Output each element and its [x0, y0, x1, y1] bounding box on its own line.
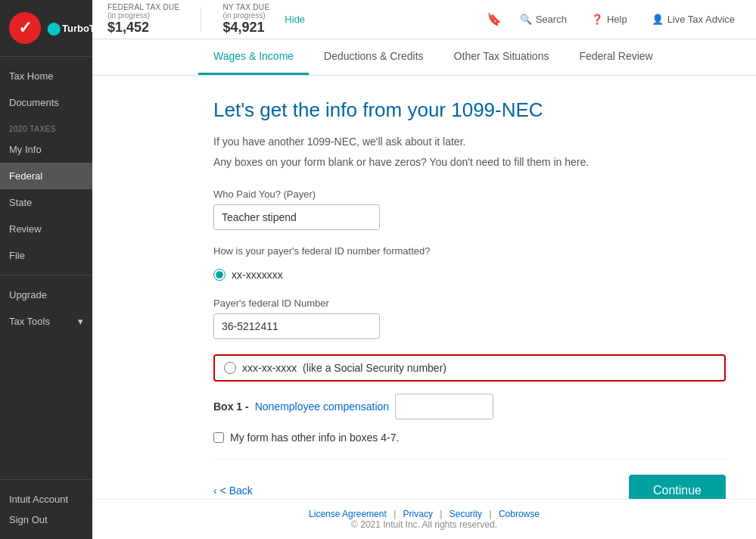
tax-due-group: FEDERAL TAX DUE (in progress) $1,452 NY … [107, 3, 305, 36]
payer-id-input[interactable] [213, 313, 380, 339]
live-tax-button[interactable]: 👤 Live Tax Advice [646, 11, 741, 28]
sidebar-item-tax-home[interactable]: Tax Home [0, 63, 92, 89]
subtitle-1: If you have another 1099-NEC, we'll ask … [213, 134, 726, 150]
chevron-down-icon: ▾ [78, 316, 83, 327]
content-area: Let's get the info from your 1099-NEC If… [92, 76, 756, 499]
radio-ssn-container[interactable]: xxx-xx-xxxx (like a Social Security numb… [213, 354, 726, 382]
id-format-question: How is your payer's federal ID number fo… [213, 245, 726, 257]
footer-nav: ‹ < Back Continue [213, 459, 726, 499]
main-area: FEDERAL TAX DUE (in progress) $1,452 NY … [92, 0, 756, 539]
logo-area: ✓ ⬤ TurboTax [0, 0, 92, 57]
sidebar-item-documents[interactable]: Documents [0, 89, 92, 116]
sidebar-item-review[interactable]: Review [0, 216, 92, 242]
hide-button[interactable]: Hide [285, 14, 305, 25]
sidebar-divider [0, 275, 92, 276]
sidebar-item-intuit-account[interactable]: Intuit Account [9, 489, 83, 509]
other-info-checkbox-label[interactable]: My form has other info in boxes 4-7. [213, 432, 726, 444]
sidebar-item-state[interactable]: State [0, 189, 92, 216]
help-icon: ❓ [591, 14, 603, 25]
footer-link-cobrowse[interactable]: Cobrowse [499, 509, 540, 519]
other-info-checkbox[interactable] [213, 432, 224, 443]
bookmark-icon[interactable]: 🔖 [487, 12, 502, 26]
radio-ssn[interactable] [224, 362, 236, 374]
ny-tax-due: NY TAX DUE (in progress) $4,921 [222, 3, 269, 36]
payer-input[interactable] [213, 204, 380, 230]
nav-tabs: Wages & Income Deductions & Credits Othe… [92, 39, 756, 76]
sidebar-item-my-info[interactable]: My Info [0, 136, 92, 163]
live-tax-icon: 👤 [652, 14, 664, 25]
continue-button[interactable]: Continue [629, 475, 726, 499]
tab-other-tax[interactable]: Other Tax Situations [439, 39, 565, 75]
sidebar-item-upgrade[interactable]: Upgrade [0, 282, 92, 308]
sidebar-section-label: 2020 TAXES [0, 116, 92, 136]
logo-circle: ✓ [9, 12, 41, 44]
payer-section: Who Paid You? (Payer) [213, 188, 726, 230]
footer-link-license[interactable]: License Agreement [309, 509, 387, 519]
federal-tax-due: FEDERAL TAX DUE (in progress) $1,452 [107, 3, 179, 36]
checkmark-icon: ✓ [18, 18, 32, 38]
footer-link-security[interactable]: Security [450, 509, 482, 519]
sidebar-item-tax-tools[interactable]: Tax Tools ▾ [0, 308, 92, 335]
payer-id-section: Payer's federal ID Number [213, 298, 726, 339]
topbar: FEDERAL TAX DUE (in progress) $1,452 NY … [92, 0, 756, 39]
tab-deductions-credits[interactable]: Deductions & Credits [309, 39, 439, 75]
sidebar-item-federal[interactable]: Federal [0, 163, 92, 189]
topbar-actions: 🔖 🔍 Search ❓ Help 👤 Live Tax Advice [487, 11, 741, 28]
sidebar-item-file[interactable]: File [0, 242, 92, 269]
back-icon: ‹ [213, 484, 217, 497]
id-format-section: How is your payer's federal ID number fo… [213, 245, 726, 285]
search-button[interactable]: 🔍 Search [514, 11, 573, 28]
box1-label: Box 1 - [213, 400, 249, 413]
sidebar-item-sign-out[interactable]: Sign Out [9, 509, 83, 530]
footer-link-privacy[interactable]: Privacy [403, 509, 433, 519]
payer-id-label: Payer's federal ID Number [213, 298, 726, 309]
sidebar: ✓ ⬤ TurboTax Tax Home Documents 2020 TAX… [0, 0, 92, 539]
search-icon: 🔍 [520, 14, 532, 25]
sidebar-nav: Tax Home Documents 2020 TAXES My Info Fe… [0, 57, 92, 479]
tab-wages-income[interactable]: Wages & Income [198, 39, 309, 75]
radio-option-ein[interactable]: xx-xxxxxxx [213, 264, 726, 285]
footer-links: License Agreement | Privacy | Security |… [101, 509, 747, 519]
help-button[interactable]: ❓ Help [585, 11, 633, 28]
radio-ssn-label: xxx-xx-xxxx (like a Social Security numb… [242, 362, 446, 374]
subtitle-2: Any boxes on your form blank or have zer… [213, 154, 726, 170]
sidebar-bottom: Intuit Account Sign Out [0, 479, 92, 539]
payer-label: Who Paid You? (Payer) [213, 188, 726, 200]
tab-federal-review[interactable]: Federal Review [564, 39, 667, 75]
page-footer: License Agreement | Privacy | Security |… [92, 499, 756, 539]
back-button[interactable]: ‹ < Back [213, 484, 253, 497]
radio-ein[interactable] [213, 269, 226, 281]
box1-row: Box 1 - Nonemployee compensation [213, 394, 726, 419]
box1-input[interactable] [395, 394, 493, 419]
page-title: Let's get the info from your 1099-NEC [213, 98, 726, 122]
topbar-divider [201, 8, 201, 32]
box1-link[interactable]: Nonemployee compensation [255, 400, 389, 413]
footer-copyright: © 2021 Intuit Inc. All rights reserved. [101, 519, 747, 530]
